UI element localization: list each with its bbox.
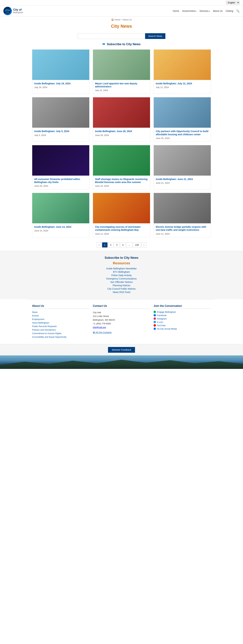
social-link[interactable]: Facebook xyxy=(157,314,166,316)
pagination-page-...[interactable]: ... xyxy=(126,242,132,248)
language-select[interactable]: English Spanish French xyxy=(226,1,240,4)
main-nav: COB City ofBellingham Home Government Se… xyxy=(0,6,243,17)
news-card-4[interactable]: Inside Bellingham: June 28, 2024 June 28… xyxy=(93,97,150,142)
news-card-8[interactable]: Inside Bellingham: June 21, 2024 June 21… xyxy=(154,145,211,190)
footer-about-link[interactable]: About Bellingham xyxy=(32,322,49,324)
news-card-img-7 xyxy=(93,145,150,176)
footer-cols: About Us NewsEventsEmploymentAbout Belli… xyxy=(29,299,214,344)
news-card-title-2[interactable]: Inside Bellingham: July 12, 2024 xyxy=(156,82,209,85)
pagination-page-2[interactable]: 2 xyxy=(108,242,114,248)
nav-services[interactable]: Services xyxy=(200,10,210,12)
resources-title: Resources xyxy=(4,261,240,265)
footer-about-item: News xyxy=(32,311,90,314)
social-dot xyxy=(154,321,156,323)
footer-about-item: Events xyxy=(32,314,90,317)
footer-about-link[interactable]: Commitment to Human Rights xyxy=(32,332,62,335)
footer-about-link[interactable]: Public Records Requests xyxy=(32,325,57,328)
news-card-0[interactable]: Inside Bellingham: July 19, 2024 July 19… xyxy=(32,50,90,94)
resource-item: City Council Public Notices xyxy=(4,288,240,290)
nav-home[interactable]: Home xyxy=(173,10,179,12)
news-card-body-7: Staff shortage means no lifeguards monit… xyxy=(93,176,150,189)
resource-item: Sex Offender Notices xyxy=(4,281,240,283)
news-card-1[interactable]: Mayor Lund appoints two new deputy admin… xyxy=(93,50,150,94)
news-card-title-0[interactable]: Inside Bellingham: July 19, 2024 xyxy=(34,82,87,85)
news-card-title-9[interactable]: Inside Bellingham: June 14, 2024 xyxy=(34,225,87,228)
news-card-title-8[interactable]: Inside Bellingham: June 21, 2024 xyxy=(156,178,209,181)
news-card-img-5 xyxy=(154,97,211,128)
nav-about-us[interactable]: About Us xyxy=(213,10,223,12)
social-link[interactable]: YouTube xyxy=(157,324,166,327)
search-button[interactable]: Search News xyxy=(145,33,165,39)
news-card-9[interactable]: Inside Bellingham: June 14, 2024 June 14… xyxy=(32,193,90,237)
pagination-page-1[interactable]: 1 xyxy=(102,242,108,248)
social-item: Facebook xyxy=(154,314,211,316)
news-card-title-1[interactable]: Mayor Lund appoints two new deputy admin… xyxy=(95,82,148,88)
feedback-button[interactable]: Website Feedback xyxy=(108,347,135,353)
nav-visiting[interactable]: Visiting xyxy=(226,10,233,12)
social-item: All City Social Media xyxy=(154,328,211,330)
resource-link[interactable]: Emergency Communications xyxy=(106,277,137,280)
resource-item: Inside Bellingham Newsletter xyxy=(4,267,240,270)
social-link[interactable]: Instagram xyxy=(157,318,167,320)
news-card-title-7[interactable]: Staff shortage means no lifeguards monit… xyxy=(95,178,148,184)
resource-item: News RSS Feed xyxy=(4,291,240,294)
footer-about-link[interactable]: News xyxy=(32,311,38,314)
footer-social-title: Join the Conversation xyxy=(154,304,211,309)
resource-link[interactable]: Planning Notices xyxy=(112,284,130,287)
news-card-title-5[interactable]: City partners with Opportunity Council t… xyxy=(156,130,209,136)
contact-email-link[interactable]: info@cob.org xyxy=(93,326,106,328)
footer-subscribe-title[interactable]: Subscribe to City News xyxy=(4,256,240,260)
subscribe-banner: ✉ Subscribe to City News xyxy=(0,42,243,46)
pagination-page-4[interactable]: 4 xyxy=(120,242,126,248)
news-card-5[interactable]: City partners with Opportunity Council t… xyxy=(154,97,211,142)
nav-government[interactable]: Government xyxy=(182,10,196,12)
resource-link[interactable]: Sex Offender Notices xyxy=(110,281,133,283)
footer-about-link[interactable]: Events xyxy=(32,314,39,317)
footer-contact-title: Contact Us xyxy=(93,304,150,309)
pagination-page-108[interactable]: 108 xyxy=(133,242,141,248)
news-card-date-2: July 12, 2024 xyxy=(156,86,209,88)
svg-point-0 xyxy=(5,8,10,14)
news-card-2[interactable]: Inside Bellingham: July 12, 2024 July 12… xyxy=(154,50,211,94)
footer-about-item: Employment xyxy=(32,318,90,320)
news-card-title-11[interactable]: Electric Avenue bridge partially reopens… xyxy=(156,225,209,232)
logo-text: City ofBellingham xyxy=(13,8,23,14)
news-card-title-6[interactable]: All consumer fireworks prohibited within… xyxy=(34,178,87,184)
news-card-img-2 xyxy=(154,50,211,80)
resource-link[interactable]: BTV Bellingham xyxy=(113,270,130,273)
footer-about-link[interactable]: Accessibility and Equal Opportunity xyxy=(32,336,66,338)
news-card-title-4[interactable]: Inside Bellingham: June 28, 2024 xyxy=(95,130,148,133)
nav-links: Home Government Services About Us Visiti… xyxy=(173,10,240,13)
resource-link[interactable]: City Council Public Notices xyxy=(107,288,136,290)
logo-area[interactable]: COB City ofBellingham xyxy=(4,7,23,15)
social-link[interactable]: All City Social Media xyxy=(157,328,177,330)
breadcrumb-home-link[interactable]: 🏠 xyxy=(111,18,114,21)
social-link[interactable]: X.com xyxy=(157,321,163,323)
all-contacts-link[interactable]: 🏛 All City Contacts xyxy=(93,331,112,334)
resource-item: Emergency Communications xyxy=(4,277,240,280)
news-card-7[interactable]: Staff shortage means no lifeguards monit… xyxy=(93,145,150,190)
news-card-title-10[interactable]: City investigating sources of stormwater… xyxy=(95,225,148,232)
news-card-11[interactable]: Electric Avenue bridge partially reopens… xyxy=(154,193,211,237)
social-link[interactable]: Engage Bellingham xyxy=(157,311,176,313)
top-bar: English Spanish French xyxy=(0,0,243,6)
resource-link[interactable]: News RSS Feed xyxy=(113,291,130,294)
footer-about-link[interactable]: Policies and Disclaimers xyxy=(32,328,56,331)
search-input[interactable] xyxy=(78,33,145,39)
footer-about-link[interactable]: Employment xyxy=(32,318,44,320)
news-card-body-10: City investigating sources of stormwater… xyxy=(93,223,150,237)
news-card-3[interactable]: Inside Bellingham: July 5, 2024 July 5, … xyxy=(32,97,90,142)
breadcrumb-home: Home xyxy=(114,18,120,21)
news-card-6[interactable]: All consumer fireworks prohibited within… xyxy=(32,145,90,190)
pagination-next[interactable]: › xyxy=(142,242,146,248)
news-card-date-6: June 25, 2024 xyxy=(34,185,87,187)
news-card-10[interactable]: City investigating sources of stormwater… xyxy=(93,193,150,237)
subscribe-label[interactable]: Subscribe to City News xyxy=(107,42,140,46)
footer-about-item: Accessibility and Equal Opportunity xyxy=(32,336,90,338)
resource-link[interactable]: Police Daily Activity xyxy=(112,274,132,277)
search-icon[interactable]: 🔍 xyxy=(236,10,240,13)
resource-link[interactable]: Inside Bellingham Newsletter xyxy=(106,267,137,270)
pagination-page-3[interactable]: 3 xyxy=(114,242,120,248)
news-card-title-3[interactable]: Inside Bellingham: July 5, 2024 xyxy=(34,130,87,133)
pagination-prev[interactable]: ‹ xyxy=(96,242,102,248)
